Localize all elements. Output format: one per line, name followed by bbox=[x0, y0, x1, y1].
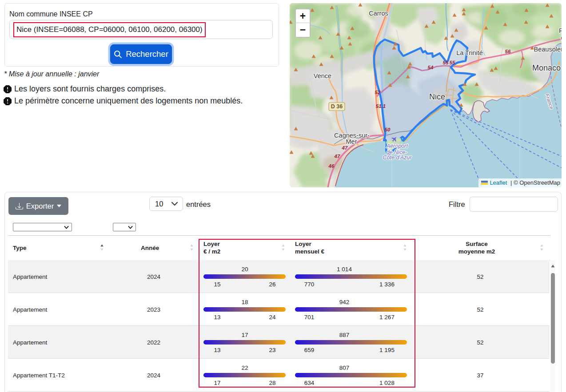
svg-text:46: 46 bbox=[328, 163, 335, 169]
svg-text:55: 55 bbox=[443, 60, 449, 65]
svg-text:Côte d'Azur: Côte d'Azur bbox=[383, 154, 412, 161]
svg-text:56: 56 bbox=[505, 49, 511, 54]
svg-text:Ro: Ro bbox=[559, 27, 562, 34]
svg-text:55: 55 bbox=[450, 60, 455, 65]
svg-text:Aéroport: Aéroport bbox=[386, 143, 408, 149]
svg-text:Beausoleil: Beausoleil bbox=[534, 46, 562, 53]
svg-text:54: 54 bbox=[428, 65, 434, 70]
svg-text:Nice: Nice bbox=[429, 92, 445, 101]
svg-text:51.1: 51.1 bbox=[376, 103, 386, 109]
svg-text:Mer: Mer bbox=[346, 138, 357, 145]
svg-text:Monaco: Monaco bbox=[532, 63, 561, 72]
svg-text:52: 52 bbox=[375, 90, 381, 95]
svg-text:Carros: Carros bbox=[369, 10, 388, 17]
svg-text:C: C bbox=[561, 35, 562, 42]
svg-text:47: 47 bbox=[334, 154, 340, 159]
svg-text:Vence: Vence bbox=[314, 72, 331, 79]
svg-text:47: 47 bbox=[342, 145, 348, 150]
svg-text:La Trinité: La Trinité bbox=[456, 49, 483, 56]
svg-text:D 36: D 36 bbox=[331, 103, 343, 110]
svg-text:50: 50 bbox=[385, 127, 391, 132]
